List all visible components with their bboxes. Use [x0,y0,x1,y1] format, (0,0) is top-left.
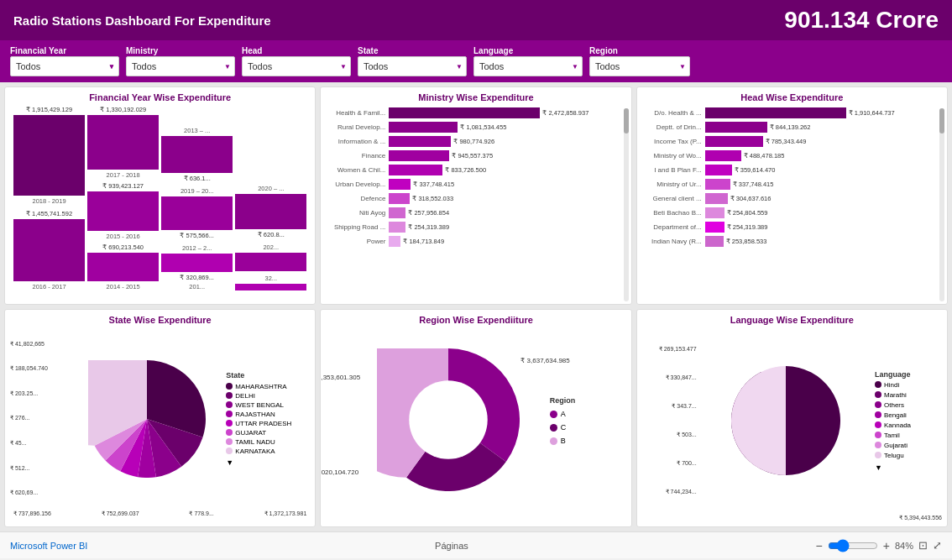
ministry-filter-group: Ministry Todos ▼ [126,46,235,76]
head-label: Head [242,46,351,55]
bar-row: D/o. Health & ... ₹ 1,910,644.737 [642,107,942,118]
dashboard-title: Radio Stations Dashboard For Expenditure [13,13,271,28]
state-pie-svg [88,360,206,478]
ministry-chart: Health & Famil... ₹ 2,472,858.937 Rural … [326,107,625,292]
bottom-bar: Microsoft Power BI Páginas − + 84% ⊡ ⤢ [0,531,952,558]
zoom-controls: − + 84% ⊡ ⤢ [816,539,942,552]
bar-row: Deptt. of Drin... ₹ 844,139.262 [642,122,942,133]
language-filter-group: Language Todos ▼ [473,46,583,76]
bar-row: Income Tax (P... ₹ 785,343.449 [642,136,942,147]
state-label: State [358,46,467,55]
ministry-label: Ministry [126,46,235,55]
bar-row: Ministry of Wo... ₹ 488,478.185 [642,150,942,161]
state-chart-area: ₹ 41,802,665 ₹ 188,054.740 ₹ 203.25... ₹… [10,328,310,509]
region-filter-group: Region Todos ▼ [589,46,690,76]
language-select[interactable]: Todos [473,56,583,76]
bar-row: Niti Ayog ₹ 257,956.854 [326,207,625,218]
region-label: Region [589,46,690,55]
financial-year-select[interactable]: Todos [10,56,119,76]
zoom-minus-button[interactable]: − [816,539,823,552]
state-card: State Wise Expenditure ₹ 41,802,665 ₹ 18… [4,309,316,527]
fy-col-3: 2013 – ... ₹ 636.1... 2019 – 20... ₹ 575… [161,106,233,290]
bar-row: Urban Develop... ₹ 337,748.415 [326,179,625,190]
bar-row: General client ... ₹ 304,637.616 [642,193,942,204]
head-select[interactable]: Todos [242,56,351,76]
fy-chart: ₹ 1,915,429.129 2018 - 2019 ₹ 1,455,741.… [10,106,310,290]
head-card: Head Wise Expenditure D/o. Health & ... … [636,86,948,305]
financial-year-card: Financial Year Wise Expenditure ₹ 1,915,… [4,86,316,305]
ministry-select[interactable]: Todos [126,56,235,76]
language-legend: Language Hindi Marathi Others Bengali Ka… [875,370,942,472]
main-grid: Financial Year Wise Expenditure ₹ 1,915,… [0,82,952,531]
financial-year-filter-group: Financial Year Todos ▼ [10,46,119,76]
fy-col-2: ₹ 1,330,192.029 2017 - 2018 ₹ 939,423.12… [87,106,159,290]
state-select[interactable]: Todos [358,56,467,76]
head-filter-group: Head Todos ▼ [242,46,351,76]
scrollbar[interactable] [624,108,629,301]
header: Radio Stations Dashboard For Expenditure… [0,0,952,40]
zoom-level: 84% [895,541,913,551]
bar-row: Rural Develop... ₹ 1,081,534.455 [326,122,625,133]
expand-icon[interactable]: ⤢ [933,539,942,552]
scrollbar[interactable] [939,108,944,301]
bar-row: Ministry of Ur... ₹ 337,748.415 [642,179,942,190]
zoom-slider[interactable] [828,539,878,552]
fy-col-4: 2020 – ... ₹ 620.8... 202... 32... [235,106,306,290]
zoom-plus-button[interactable]: + [883,539,890,552]
financial-year-title: Financial Year Wise Expenditure [10,92,310,102]
state-filter-group: State Todos ▼ [358,46,467,76]
bar-row: Indian Navy (R... ₹ 253,858.533 [642,236,942,247]
language-title: Language Wise Expenditure [642,315,942,325]
state-title: State Wise Expenditure [10,315,310,325]
region-title: Region Wise Expendiiture [326,315,625,325]
region-chart-area: ₹ 3,637,634.985 ₹ 3,020,104.720 ₹ 2,353,… [326,328,625,513]
region-card: Region Wise Expendiiture ₹ 3,637,634.985… [320,309,631,527]
filters-bar: Financial Year Todos ▼ Ministry Todos ▼ … [0,40,952,82]
language-pie-svg [731,366,840,475]
head-chart: D/o. Health & ... ₹ 1,910,644.737 Deptt.… [642,107,942,292]
language-pie [700,366,871,475]
bar-row: Beti Bachao B... ₹ 254,804.559 [642,207,942,218]
fit-icon[interactable]: ⊡ [918,539,928,552]
bar-row: Information & ... ₹ 980,774.926 [326,136,625,147]
total-amount: 901.134 Crore [784,7,939,34]
financial-year-label: Financial Year [10,46,119,55]
ministry-title: Ministry Wise Expenditure [326,92,625,102]
bar-row: I and B Plan F... ₹ 359,614.470 [642,165,942,175]
bar-row: Department of... ₹ 254,319.389 [642,222,942,233]
bar-row: Defence ₹ 318,552.033 [326,193,625,204]
language-card: Language Wise Expenditure ₹ 269,153.477 … [636,309,948,527]
bar-row: Women & Chil... ₹ 833,726.500 [326,165,625,175]
powerbi-link[interactable]: Microsoft Power BI [10,541,87,551]
bar-row: Health & Famil... ₹ 2,472,858.937 [326,107,625,118]
fy-col-1: ₹ 1,915,429.129 2018 - 2019 ₹ 1,455,741.… [13,106,85,290]
region-select[interactable]: Todos [589,56,690,76]
ministry-card: Ministry Wise Expenditure Health & Famil… [320,86,631,305]
svg-point-0 [409,380,488,459]
head-title: Head Wise Expenditure [642,92,942,102]
language-label: Language [473,46,583,55]
bar-row: Shipping Road ... ₹ 254,319.389 [326,222,625,233]
region-legend: Region A C B [550,396,576,445]
bar-row: Power ₹ 184,713.849 [326,236,625,247]
region-donut: ₹ 3,637,634.985 ₹ 3,020,104.720 ₹ 2,353,… [377,348,520,493]
region-donut-svg [377,348,520,491]
language-chart-area: ₹ 269,153.477 ₹ 330,847... ₹ 343.7... ₹ … [642,328,942,513]
paginas-label: Páginas [435,541,468,551]
state-pie-chart [67,360,226,478]
bar-row: Finance ₹ 945,557.375 [326,150,625,161]
